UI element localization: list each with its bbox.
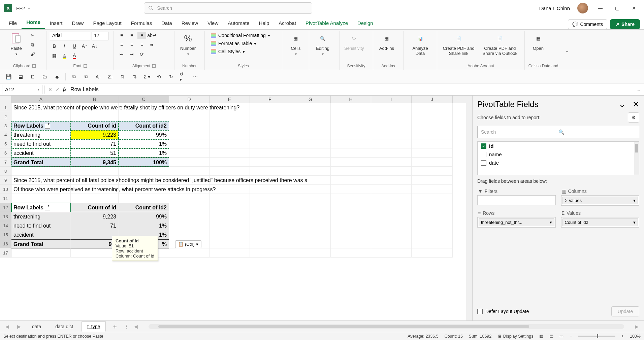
tab-help[interactable]: Help: [254, 18, 274, 29]
tab-page-layout[interactable]: Page Layout: [88, 18, 126, 29]
cell-A14[interactable]: need to find out: [11, 221, 71, 230]
field-list-scrollbar[interactable]: [634, 142, 639, 175]
fx-icon[interactable]: fx: [63, 87, 66, 92]
underline-button[interactable]: U: [70, 42, 79, 50]
cell-A4[interactable]: threatening: [11, 130, 71, 139]
tab-design[interactable]: Design: [353, 18, 378, 29]
create-pdf-share-link-button[interactable]: 📄Create PDF and Share link: [441, 32, 477, 57]
sheet-nav-prev[interactable]: ◀: [3, 324, 12, 329]
row-header[interactable]: 5: [0, 139, 11, 148]
tab-view[interactable]: View: [203, 18, 223, 29]
cell-A15[interactable]: accident: [11, 230, 71, 239]
tab-data[interactable]: Data: [157, 18, 177, 29]
ribbon-collapse-button[interactable]: ⌄: [565, 48, 573, 53]
cell-B13[interactable]: 9,223: [71, 212, 119, 221]
sheet-tab-data[interactable]: data: [26, 321, 47, 332]
font-name-select[interactable]: Arial: [50, 32, 90, 40]
panel-settings-button[interactable]: ⚙: [628, 112, 639, 123]
align-top-button[interactable]: ≡: [117, 32, 126, 39]
checkbox-icon[interactable]: [481, 152, 486, 157]
field-item-name[interactable]: name: [478, 150, 639, 159]
zoom-level[interactable]: 100%: [630, 334, 641, 339]
comments-button[interactable]: 💬 Comments: [568, 19, 607, 29]
qat-item[interactable]: ⧉: [70, 73, 78, 80]
sort-desc-button[interactable]: Z↓: [107, 73, 114, 80]
checkbox-checked-icon[interactable]: ✓: [481, 143, 486, 149]
cell-A13[interactable]: threatening: [11, 212, 71, 221]
row-header[interactable]: 15: [0, 230, 11, 239]
cell-B6[interactable]: 51: [71, 148, 119, 158]
row-header[interactable]: 8: [0, 167, 11, 176]
maximize-button[interactable]: ▢: [612, 5, 622, 11]
avatar[interactable]: [577, 3, 588, 13]
borders-button[interactable]: ▦: [50, 52, 59, 59]
filename-dropdown-icon[interactable]: ⌄: [27, 6, 31, 10]
tab-review[interactable]: Review: [177, 18, 203, 29]
horizontal-scrollbar[interactable]: [149, 324, 624, 329]
paste-button[interactable]: Paste ▾: [6, 32, 26, 57]
increase-indent-button[interactable]: ⇥: [127, 50, 136, 58]
cell-A16[interactable]: Grand Total: [11, 239, 71, 248]
confirm-formula-button[interactable]: ✓: [56, 87, 60, 92]
col-header-I[interactable]: I: [371, 96, 412, 103]
share-button[interactable]: ↗ Share: [610, 19, 640, 29]
row-header[interactable]: 17: [0, 248, 11, 258]
hscroll-right[interactable]: ▶: [632, 324, 641, 329]
row-header[interactable]: 7: [0, 158, 11, 167]
cell-C4[interactable]: 99%: [119, 130, 169, 139]
view-normal-button[interactable]: ▦: [539, 334, 543, 339]
open-button[interactable]: ▦Open: [528, 32, 548, 52]
tab-automate[interactable]: Automate: [223, 18, 254, 29]
display-settings-button[interactable]: 🖥 Display Settings: [497, 334, 533, 339]
formula-expand-button[interactable]: ⌄: [633, 87, 644, 92]
cell-C3[interactable]: Count of id2: [119, 121, 169, 130]
open-qat-button[interactable]: 🗁: [41, 73, 49, 80]
cells-button[interactable]: ▦Cells▾: [286, 32, 306, 57]
align-left-button[interactable]: ≡: [117, 41, 126, 48]
spreadsheet-grid[interactable]: A B C D E F G H I J 1 Since 2015, what p…: [0, 96, 466, 320]
cell-C5[interactable]: 1%: [119, 139, 169, 148]
field-search-input[interactable]: Search 🔍: [477, 126, 639, 138]
row-header[interactable]: 16: [0, 239, 11, 248]
italic-button[interactable]: I: [60, 42, 69, 50]
analyze-data-button[interactable]: 📊Analyze Data: [407, 32, 433, 57]
col-header-G[interactable]: G: [290, 96, 331, 103]
bold-button[interactable]: B: [50, 42, 59, 50]
cell-B4[interactable]: 9,223: [71, 130, 119, 139]
cell-A5[interactable]: need to find out: [11, 139, 71, 148]
field-item-date[interactable]: date: [478, 159, 639, 167]
zoom-slider[interactable]: [578, 336, 615, 337]
cell-B5[interactable]: 71: [71, 139, 119, 148]
new-sheet-button[interactable]: ＋: [108, 322, 121, 331]
qat-item[interactable]: ⧉: [83, 73, 90, 80]
tab-draw[interactable]: Draw: [67, 18, 88, 29]
qat-item[interactable]: ⟲: [155, 73, 163, 80]
align-middle-button[interactable]: ≡: [127, 32, 136, 39]
minimize-button[interactable]: —: [595, 5, 605, 11]
col-header-D[interactable]: D: [169, 96, 210, 103]
cell-A9[interactable]: Since 2015, what percent of all fatal po…: [11, 176, 71, 185]
qat-more-button[interactable]: ⋯: [192, 73, 199, 80]
cell-A6[interactable]: accident: [11, 148, 71, 158]
font-size-select[interactable]: 12: [92, 32, 108, 40]
font-color-button[interactable]: A: [70, 52, 79, 59]
decrease-indent-button[interactable]: ⇤: [117, 50, 126, 58]
chevron-down-icon[interactable]: ▾: [633, 198, 636, 203]
cell-C7[interactable]: 100%: [119, 158, 169, 167]
qat-button[interactable]: ⬓: [17, 73, 24, 80]
values-drop-area[interactable]: Count of id2▾: [561, 217, 640, 228]
search-box[interactable]: Search: [144, 2, 312, 14]
qat-item[interactable]: ⇅: [131, 73, 138, 80]
row-header[interactable]: 2: [0, 112, 11, 121]
save-button[interactable]: 💾: [5, 73, 12, 80]
create-pdf-outlook-button[interactable]: 📄Create PDF and Share via Outlook: [479, 32, 521, 57]
paste-options-button[interactable]: 📋 (Ctrl) ▾: [175, 240, 201, 248]
cell-A10[interactable]: Of those who were perceived as threateni…: [11, 185, 71, 194]
sheet-tab-data-dict[interactable]: data dict: [50, 321, 79, 332]
row-header[interactable]: 14: [0, 221, 11, 230]
filter-dropdown-icon[interactable]: [45, 124, 50, 129]
fill-color-button[interactable]: ◬: [60, 52, 69, 59]
values-chip[interactable]: Count of id2▾: [562, 218, 638, 226]
wrap-text-button[interactable]: ab↵: [148, 32, 156, 39]
redo-button[interactable]: ↻: [167, 73, 175, 80]
